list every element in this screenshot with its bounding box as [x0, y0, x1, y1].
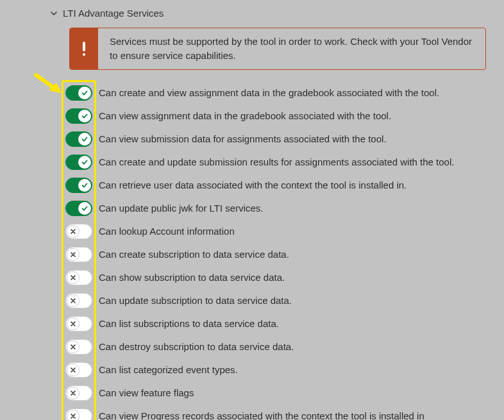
service-row: Can list categorized event types.: [65, 358, 482, 382]
service-toggle[interactable]: [65, 339, 92, 355]
service-toggle[interactable]: [65, 201, 92, 216]
service-row: Can create and update submission results…: [65, 151, 482, 174]
x-icon: [67, 225, 80, 238]
service-toggle[interactable]: [65, 270, 92, 285]
x-icon: [67, 294, 80, 307]
service-row: Can view submission data for assignments…: [65, 128, 482, 151]
service-row: Can update subscription to data service …: [65, 289, 482, 312]
service-label: Can destroy subscription to data service…: [99, 341, 294, 352]
check-icon: [78, 87, 91, 99]
service-toggle[interactable]: [65, 85, 92, 101]
service-row: Can show subscription to data service da…: [65, 266, 482, 289]
service-toggle[interactable]: [65, 316, 92, 332]
section-header[interactable]: LTI Advantage Services: [50, 8, 486, 19]
service-label: Can retrieve user data associated with t…: [99, 180, 407, 190]
service-label: Can list categorized event types.: [99, 364, 238, 375]
check-icon: [78, 133, 91, 146]
service-row: Can view assignment data in the gradeboo…: [65, 105, 482, 128]
services-list: Can create and view assignment data in t…: [62, 79, 486, 421]
service-toggle[interactable]: [65, 385, 92, 401]
x-icon: [67, 387, 80, 399]
service-toggle[interactable]: [65, 224, 92, 239]
service-row: Can list subscriptions to data service d…: [65, 312, 482, 335]
alert-banner: Services must be supported by the tool i…: [69, 28, 486, 70]
service-toggle[interactable]: [65, 247, 92, 262]
check-icon: [78, 110, 91, 122]
svg-rect-1: [83, 53, 85, 56]
service-label: Can update public jwk for LTI services.: [99, 203, 264, 214]
x-icon: [67, 317, 80, 330]
service-label: Can create and update submission results…: [99, 156, 454, 167]
warning-icon: [70, 28, 98, 69]
service-toggle[interactable]: [65, 408, 92, 421]
chevron-down-icon: [50, 10, 58, 17]
service-label: Can view submission data for assignments…: [99, 133, 387, 144]
service-row: Can lookup Account information: [65, 220, 482, 243]
x-icon: [67, 364, 80, 376]
x-icon: [67, 248, 80, 261]
service-row: Can retrieve user data associated with t…: [65, 174, 482, 197]
service-label: Can view Progress records associated wit…: [99, 410, 424, 420]
annotation-arrow-icon: [33, 72, 65, 100]
service-row: Can create subscription to data service …: [65, 243, 482, 266]
service-label: Can update subscription to data service …: [99, 295, 292, 306]
service-toggle[interactable]: [65, 362, 92, 378]
service-label: Can show subscription to data service da…: [99, 272, 285, 283]
service-row: Can view Progress records associated wit…: [65, 405, 482, 421]
service-toggle[interactable]: [65, 155, 92, 170]
service-label: Can lookup Account information: [99, 226, 235, 237]
service-toggle[interactable]: [65, 178, 92, 193]
service-row: Can create and view assignment data in t…: [65, 81, 482, 105]
service-toggle[interactable]: [65, 108, 92, 124]
service-label: Can create and view assignment data in t…: [99, 87, 439, 98]
svg-rect-0: [83, 42, 85, 51]
check-icon: [78, 202, 91, 215]
service-label: Can view assignment data in the gradeboo…: [99, 110, 391, 121]
x-icon: [67, 410, 80, 421]
check-icon: [78, 156, 91, 169]
alert-text: Services must be supported by the tool i…: [98, 28, 485, 69]
service-label: Can list subscriptions to data service d…: [99, 318, 279, 329]
service-label: Can view feature flags: [99, 387, 194, 398]
service-row: Can destroy subscription to data service…: [65, 335, 482, 358]
service-row: Can view feature flags: [65, 382, 482, 405]
service-toggle[interactable]: [65, 293, 92, 308]
section-title: LTI Advantage Services: [63, 8, 164, 19]
service-row: Can update public jwk for LTI services.: [65, 197, 482, 220]
x-icon: [67, 271, 80, 284]
service-toggle[interactable]: [65, 131, 92, 147]
x-icon: [67, 340, 80, 353]
check-icon: [78, 179, 91, 192]
service-label: Can create subscription to data service …: [99, 249, 289, 260]
